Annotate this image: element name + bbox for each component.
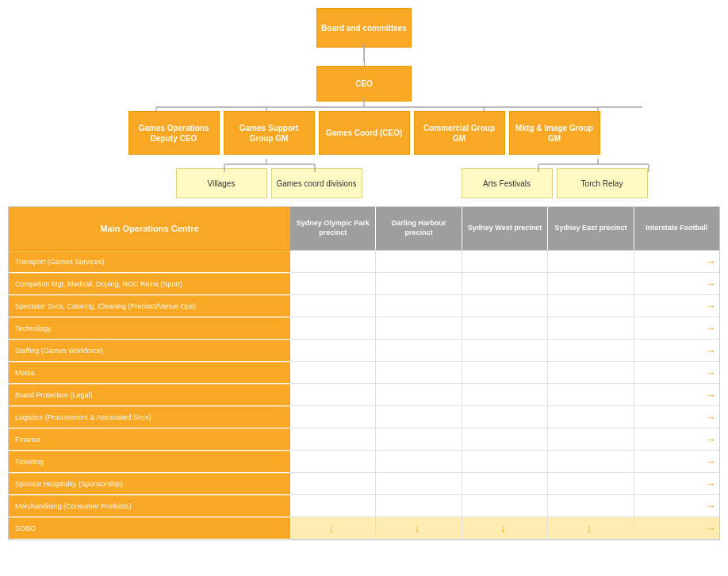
grid-cell-7-2 xyxy=(462,406,548,428)
grid-cell-2-3 xyxy=(548,295,634,317)
service-label-6: Brand Protection (Legal) xyxy=(15,391,93,399)
grid-cell-5-4: → xyxy=(634,362,719,383)
grid-cell-0-1 xyxy=(376,251,462,272)
level2-box-2: Games Coord (CEO) xyxy=(319,111,410,155)
grid-cell-1-0 xyxy=(290,273,376,294)
arrow-down-0: ↓ xyxy=(328,522,334,535)
ceo-box: CEO xyxy=(316,66,412,102)
grid-row-5: → xyxy=(290,362,719,384)
grid-cell-8-0 xyxy=(290,428,376,450)
arrow-right-10: → xyxy=(705,478,716,490)
org-chart: Board and committees CEO Games Operation… xyxy=(0,0,728,544)
grid-cell-1-3 xyxy=(548,273,634,294)
grid-cell-7-3 xyxy=(548,406,634,428)
precinct-label-4: Interstate Football xyxy=(646,224,707,233)
grid-rows: → → → xyxy=(290,251,719,540)
arrow-right-11: → xyxy=(705,500,716,513)
level2-label-2: Games Coord (CEO) xyxy=(326,128,403,138)
grid-cell-0-3 xyxy=(548,251,634,272)
level2-label-3: Commercial Group GM xyxy=(418,123,501,144)
service-label-8: Finance xyxy=(15,436,40,444)
grid-cell-5-1 xyxy=(376,362,462,383)
grid-cell-9-0 xyxy=(290,451,376,472)
villages-box: Villages xyxy=(176,168,267,198)
grid-row-6: → xyxy=(290,384,719,406)
grid-cell-11-2 xyxy=(462,495,548,516)
right-columns: Sydney Olympic Park precinct Darling Har… xyxy=(290,207,719,540)
precinct-label-0: Sydney Olympic Park precinct xyxy=(292,219,374,237)
grid-row-7: → xyxy=(290,406,719,428)
service-label-10: Sponsor Hospitality (Sponsorship) xyxy=(15,480,123,488)
grid-cell-11-4: → xyxy=(634,495,719,516)
grid-cell-3-1 xyxy=(376,317,462,339)
grid-row-9: → xyxy=(290,451,719,473)
service-label-1: Competion Mgt, Medical, Doping, NOC Rein… xyxy=(15,280,182,288)
main-grid: Main Operations Centre Transport (Games … xyxy=(8,206,720,540)
moc-label: Main Operations Centre xyxy=(100,224,198,233)
grid-row-8: → xyxy=(290,428,719,451)
level2-box-0: Games Operations Deputy CEO xyxy=(128,111,220,155)
torch-label: Torch Relay xyxy=(581,179,623,189)
service-label-5: Media xyxy=(15,369,35,377)
service-row-3: Technology xyxy=(9,317,290,340)
grid-cell-10-4: → xyxy=(634,473,719,494)
grid-cell-12-3: ↓ xyxy=(548,517,634,539)
grid-cell-9-4: → xyxy=(634,451,719,472)
grid-cell-4-2 xyxy=(462,340,548,361)
arrow-right-6: → xyxy=(705,389,716,401)
service-row-5: Media xyxy=(9,362,290,384)
grid-cell-11-1 xyxy=(376,495,462,516)
grid-cell-6-3 xyxy=(548,384,634,405)
torch-box: Torch Relay xyxy=(557,168,648,198)
grid-cell-3-3 xyxy=(548,317,634,339)
service-row-12: SOBO xyxy=(9,517,290,540)
grid-cell-7-4: → xyxy=(634,406,719,428)
arts-box: Arts Festivals xyxy=(462,168,553,198)
grid-cell-11-3 xyxy=(548,495,634,516)
service-label-12: SOBO xyxy=(15,524,36,532)
grid-cell-12-0: ↓ xyxy=(290,517,376,539)
grid-cell-3-4: → xyxy=(634,317,719,339)
games-coord-label: Games coord divisions xyxy=(276,179,356,189)
grid-cell-12-1: ↓ xyxy=(376,517,462,539)
service-label-11: Merchandising (Consumer Products) xyxy=(15,502,132,510)
ceo-label: CEO xyxy=(355,79,373,89)
grid-cell-6-1 xyxy=(376,384,462,405)
grid-cell-12-2: ↓ xyxy=(462,517,548,539)
grid-cell-7-0 xyxy=(290,406,376,428)
service-row-10: Sponsor Hospitality (Sponsorship) xyxy=(9,473,290,495)
precinct-1: Darling Harbour precinct xyxy=(376,207,462,250)
grid-cell-9-2 xyxy=(462,451,548,472)
grid-cell-1-2 xyxy=(462,273,548,294)
games-coord-box: Games coord divisions xyxy=(271,168,362,198)
grid-cell-7-1 xyxy=(376,406,462,428)
service-row-8: Finance xyxy=(9,428,290,451)
precinct-2: Sydney West precinct xyxy=(462,207,548,250)
grid-row-0: → xyxy=(290,251,719,273)
left-column: Main Operations Centre Transport (Games … xyxy=(9,207,290,540)
arrow-right-2: → xyxy=(705,300,716,313)
grid-cell-8-4: → xyxy=(634,428,719,450)
level2-label-1: Games Support Group GM xyxy=(228,123,311,144)
service-label-9: Ticketing xyxy=(15,458,44,466)
grid-cell-4-0 xyxy=(290,340,376,361)
arrow-down-3: ↓ xyxy=(586,522,592,535)
precinct-label-2: Sydney West precinct xyxy=(468,224,542,233)
arrow-right-5: → xyxy=(705,367,716,379)
precinct-headers: Sydney Olympic Park precinct Darling Har… xyxy=(290,207,719,251)
precinct-label-1: Darling Harbour precinct xyxy=(377,219,459,237)
grid-cell-10-1 xyxy=(376,473,462,494)
service-row-4: Staffing (Games Workforce) xyxy=(9,340,290,362)
grid-row-4: → xyxy=(290,340,719,362)
level2-label-0: Games Operations Deputy CEO xyxy=(132,123,216,144)
grid-cell-4-1 xyxy=(376,340,462,361)
grid-cell-8-2 xyxy=(462,428,548,450)
grid-row-11: → xyxy=(290,495,719,517)
service-row-2: Spectator Svcs, Catering, Cleaning (Prec… xyxy=(9,295,290,317)
grid-cell-10-2 xyxy=(462,473,548,494)
arrow-right-8: → xyxy=(705,433,716,446)
grid-cell-10-3 xyxy=(548,473,634,494)
service-row-1: Competion Mgt, Medical, Doping, NOC Rein… xyxy=(9,273,290,295)
service-row-9: Ticketing xyxy=(9,451,290,473)
level2-label-4: Mktg & Image Group GM xyxy=(513,123,596,144)
